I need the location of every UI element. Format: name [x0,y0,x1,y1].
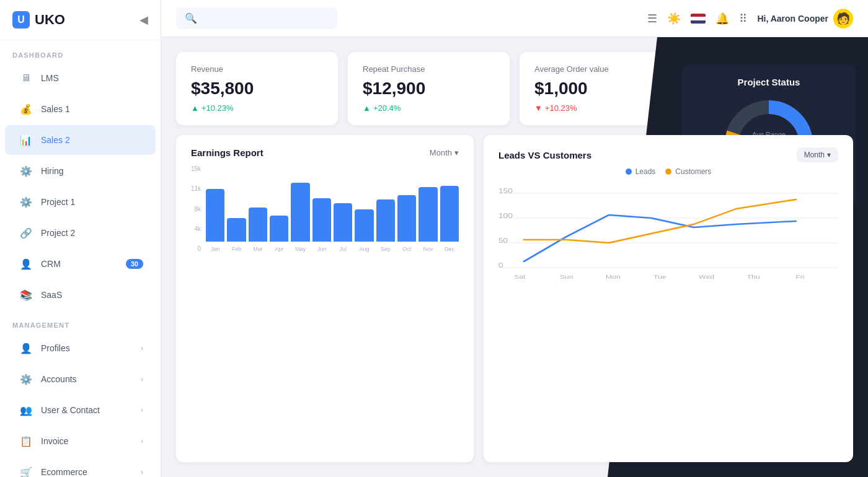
user-contact-icon: 👥 [17,401,35,419]
bar [440,186,459,242]
project1-icon: ⚙️ [17,193,35,211]
legend-customers: Customers [665,167,711,176]
stat-label: Revenue [191,64,323,74]
sidebar-item-accounts[interactable]: ⚙️ Accounts › [5,364,156,394]
stat-change: ▲ +10.23% [191,103,323,113]
stat-label: Repeat Purchase [363,64,495,74]
project2-icon: 🔗 [17,224,35,242]
sales2-icon: 📊 [17,131,35,149]
menu-icon[interactable]: ☰ [647,12,657,25]
bar-group: Jun [312,165,331,252]
user-greeting[interactable]: Hi, Aaron Cooper 🧑 [757,9,853,28]
accounts-icon: ⚙️ [17,370,35,388]
bar-label: Jun [317,246,327,252]
invoice-chevron: › [141,437,143,445]
sidebar-item-crm[interactable]: 👤 CRM 30 [5,249,156,279]
apps-icon[interactable]: ⠿ [739,12,747,25]
line-chart-svg: 150 100 50 0 Sat Sun Mon Tu [498,181,838,280]
header: 🔍 ☰ ☀️ 🔔 ⠿ Hi, Aaron Cooper 🧑 [161,0,868,37]
svg-text:100: 100 [498,212,513,220]
bar-label: Jan [211,246,220,252]
sidebar-item-label: Invoice [41,436,68,446]
bar [291,183,309,242]
sidebar-item-user-contact[interactable]: 👥 User & Contact › [5,395,156,425]
greeting-text: Hi, Aaron Cooper [757,14,828,24]
svg-text:Sun: Sun [560,274,574,280]
bar-label: Dec [445,246,454,252]
bar [334,203,352,242]
bar-label: Nov [423,246,433,252]
sidebar-logo: U UKO ◀ [0,0,161,40]
earnings-header: Earnings Report Month ▾ [191,147,459,158]
bar [206,189,224,242]
collapse-sidebar-button[interactable]: ◀ [140,13,148,27]
bar-group: Feb [227,165,246,252]
leads-title: Leads VS Customers [498,150,591,160]
crm-badge: 30 [126,259,143,269]
ecommerce-chevron: › [141,468,143,476]
earnings-title: Earnings Report [191,147,264,158]
header-actions: ☰ ☀️ 🔔 ⠿ Hi, Aaron Cooper 🧑 [647,9,853,28]
user-contact-chevron: › [141,406,143,414]
bar-label: Aug [360,246,370,252]
bar-group: Nov [418,165,437,252]
sidebar-item-profiles[interactable]: 👤 Profiles › [5,333,156,363]
bar-group: Mar [249,165,267,252]
avatar: 🧑 [833,9,853,28]
bar-label: May [295,246,306,252]
theme-icon[interactable]: ☀️ [667,12,681,25]
up-arrow-icon: ▲ [191,103,199,113]
bar [270,216,288,242]
stat-change: ▲ +20.4% [363,103,495,113]
svg-text:150: 150 [498,188,513,195]
logo-mark: U [12,11,30,28]
bar-label: Oct [402,246,411,252]
sidebar-item-invoice[interactable]: 📋 Invoice › [5,426,156,456]
bar [227,218,246,242]
accounts-chevron: › [141,375,143,383]
sidebar-item-label: Ecommerce [41,467,87,477]
sidebar-item-project2[interactable]: 🔗 Project 2 [5,218,156,248]
sidebar-item-saas[interactable]: 📚 SaaS [5,280,156,310]
profiles-chevron: › [141,344,143,352]
language-flag[interactable] [691,14,706,24]
sidebar-item-sales1[interactable]: 💰 Sales 1 [5,94,156,124]
sidebar-item-label: Sales 1 [41,104,70,114]
lms-icon: 🖥 [17,69,35,87]
chevron-down-icon: ▾ [827,151,831,159]
sidebar-item-label: User & Contact [41,405,100,415]
leads-period-selector[interactable]: Month ▾ [797,147,838,162]
management-section-label: MANAGEMENT [0,310,161,333]
bar-group: Oct [397,165,416,252]
stat-card-revenue: Revenue $35,800 ▲ +10.23% [176,52,338,125]
sidebar-item-ecommerce[interactable]: 🛒 Ecommerce › [5,457,156,477]
sidebar-item-label: LMS [41,73,59,83]
bar-group: Sep [376,165,395,252]
bar [418,187,437,242]
bar-group: Aug [355,165,373,252]
dashboard-section-label: DASHBOARD [0,40,161,63]
stat-value: $35,800 [191,79,323,98]
stat-card-repeat-purchase: Repeat Purchase $12,900 ▲ +20.4% [348,52,510,125]
leads-card: Leads VS Customers Month ▾ Leads [484,135,853,462]
earnings-period-selector[interactable]: Month ▾ [430,148,459,157]
notification-icon[interactable]: 🔔 [715,12,729,25]
bar-chart: JanFebMarAprMayJunJulAugSepOctNovDec [206,165,459,265]
svg-text:Tue: Tue [653,274,666,280]
main-area: 🔍 ☰ ☀️ 🔔 ⠿ Hi, Aaron Cooper 🧑 Revenue $3… [161,0,868,477]
legend-leads: Leads [626,167,656,176]
sidebar-item-project1[interactable]: ⚙️ Project 1 [5,187,156,217]
bar-group: Dec [440,165,459,252]
sidebar-item-label: Sales 2 [41,135,70,145]
svg-text:50: 50 [498,237,508,245]
sidebar-item-label: Accounts [41,374,77,384]
sidebar-item-lms[interactable]: 🖥 LMS [5,63,156,93]
ecommerce-icon: 🛒 [17,463,35,477]
bar-label: Feb [232,246,242,252]
sidebar-item-label: Project 1 [41,197,75,207]
sidebar: U UKO ◀ DASHBOARD 🖥 LMS 💰 Sales 1 📊 Sale… [0,0,161,477]
stat-value: $1,000 [534,79,666,98]
sidebar-item-hiring[interactable]: ⚙️ Hiring [5,156,156,186]
sidebar-item-sales2[interactable]: 📊 Sales 2 [5,125,156,155]
search-bar[interactable]: 🔍 [176,7,337,29]
